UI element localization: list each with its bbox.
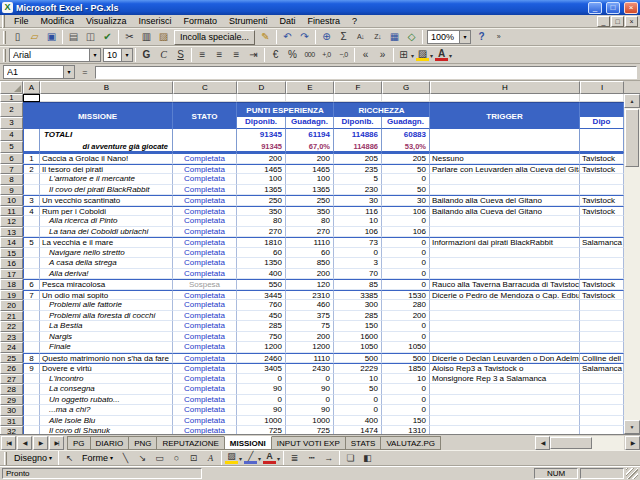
grid-cell[interactable]: La consegna — [40, 384, 173, 395]
grid-cell[interactable]: 60 — [237, 248, 286, 259]
grid-cell[interactable]: 0 — [237, 374, 286, 385]
grid-cell[interactable]: 1050 — [334, 342, 382, 353]
grid-cell[interactable]: Completata — [173, 395, 237, 406]
row-header-21[interactable]: 21 — [0, 311, 23, 322]
grid-cell[interactable]: 80 — [286, 216, 334, 227]
grid-cell[interactable]: 1365 — [286, 185, 334, 196]
toolbar-grip[interactable] — [3, 49, 6, 62]
menu-inserisci[interactable]: Inserisci — [132, 15, 177, 28]
grid-cell[interactable]: 1530 — [382, 290, 430, 301]
grid-cell[interactable] — [237, 94, 286, 102]
grid-cell[interactable] — [430, 300, 580, 311]
grid-cell[interactable] — [580, 395, 624, 406]
grid-cell[interactable] — [430, 384, 580, 395]
grid-cell[interactable]: Completata — [173, 332, 237, 343]
row-header-16[interactable]: 16 — [0, 258, 23, 269]
grid-cell[interactable]: 200 — [286, 153, 334, 164]
grid-cell[interactable]: 0 — [382, 405, 430, 416]
toolbar-options-icon[interactable]: » — [490, 29, 507, 45]
grid-cell[interactable]: Completata — [173, 353, 237, 364]
grid-cell[interactable] — [430, 94, 580, 102]
grid-cell[interactable] — [580, 141, 624, 153]
grid-cell[interactable]: Alle Isole Blu — [40, 416, 173, 427]
scroll-up-icon[interactable]: ▲ — [624, 94, 640, 108]
grid-cell[interactable]: 375 — [286, 311, 334, 322]
grid-cell[interactable]: La Bestia — [40, 321, 173, 332]
grid-cell[interactable] — [23, 332, 40, 343]
grid-cell[interactable]: 0 — [382, 237, 430, 248]
grid-cell[interactable] — [23, 258, 40, 269]
open-folder-icon[interactable]: ▱ — [26, 29, 43, 45]
draw-line-icon[interactable]: ╲ — [117, 451, 134, 465]
menu-strumenti[interactable]: Strumenti — [223, 15, 274, 28]
grid-cell[interactable] — [23, 216, 40, 227]
wordart-icon[interactable]: A — [202, 451, 219, 465]
grid-cell[interactable]: 90 — [286, 384, 334, 395]
grid-cell[interactable]: Il covo dei pirati BlackRabbit — [40, 185, 173, 196]
sort-descending-icon[interactable]: Z↓ — [369, 29, 386, 45]
grid-cell[interactable] — [580, 311, 624, 322]
grid-cell[interactable] — [23, 395, 40, 406]
grid-cell[interactable] — [580, 426, 624, 434]
grid-cell[interactable]: Completata — [173, 416, 237, 427]
grid-cell[interactable]: 460 — [286, 300, 334, 311]
grid-cell[interactable]: Un vecchio scantinato — [40, 195, 173, 206]
grid-cell[interactable]: Completata — [173, 290, 237, 301]
grid-cell[interactable]: 90 — [286, 405, 334, 416]
grid-cell[interactable]: Informazioni dai pirati BlackRabbit — [430, 237, 580, 248]
grid-cell[interactable]: 1 — [23, 153, 40, 164]
grid-cell[interactable]: Rum per i Coboldi — [40, 206, 173, 217]
grid-cell[interactable]: 50 — [382, 185, 430, 196]
grid-cell[interactable] — [580, 174, 624, 185]
row-header-1[interactable]: 1 — [0, 94, 23, 102]
grid-cell[interactable]: 200 — [382, 311, 430, 322]
grid-cell[interactable]: Tavistock — [580, 206, 624, 217]
line-style-icon[interactable]: ≣ — [286, 451, 303, 465]
maximize-button[interactable]: □ — [606, 2, 620, 14]
table-header-cell[interactable]: PUNTI ESPERIENZA — [237, 102, 334, 117]
grid-cell[interactable]: 150 — [382, 416, 430, 427]
merge-center-icon[interactable]: ⇥ — [245, 47, 262, 63]
horizontal-scrollbar[interactable]: ◀ ▶ — [534, 436, 640, 450]
grid-cell[interactable]: Completata — [173, 426, 237, 434]
grid-cell[interactable]: 90 — [237, 405, 286, 416]
grid-cell[interactable]: 1600 — [334, 332, 382, 343]
column-header-g[interactable]: G — [382, 81, 430, 94]
row-header-12[interactable]: 12 — [0, 216, 23, 227]
grid-cell[interactable] — [430, 311, 580, 322]
tab-pg[interactable]: PG — [67, 436, 91, 450]
grid-cell[interactable]: 0 — [382, 269, 430, 280]
grid-cell[interactable] — [382, 94, 430, 102]
grid-cell[interactable]: 1365 — [237, 185, 286, 196]
grid-cell[interactable]: Completata — [173, 174, 237, 185]
font-size-combo[interactable]: 10 ▾ — [103, 48, 133, 62]
grid-cell[interactable]: Un odio mai sopito — [40, 290, 173, 301]
grid-cell[interactable]: 106 — [382, 227, 430, 238]
grid-cell[interactable]: 2 — [23, 164, 40, 175]
column-header-b[interactable]: B — [40, 81, 173, 94]
grid-cell[interactable]: 350 — [286, 206, 334, 217]
grid-cell[interactable] — [23, 405, 40, 416]
grid-cell[interactable]: 0 — [382, 174, 430, 185]
grid-cell[interactable] — [23, 141, 40, 153]
menu-file[interactable]: File — [8, 15, 35, 28]
grid-cell[interactable]: 0 — [382, 332, 430, 343]
grid-cell[interactable] — [173, 94, 237, 102]
grid-cell[interactable]: Pesca miracolosa — [40, 279, 173, 290]
column-header-e[interactable]: E — [286, 81, 334, 94]
grid-cell[interactable]: 0 — [382, 248, 430, 259]
grid-cell[interactable] — [430, 248, 580, 259]
grid-cell[interactable] — [23, 269, 40, 280]
grid-cell[interactable] — [23, 174, 40, 185]
row-header-4[interactable]: 4 — [0, 129, 23, 141]
menu-item[interactable]: ? — [346, 15, 363, 28]
grid-cell[interactable]: 1200 — [237, 342, 286, 353]
grid-cell[interactable] — [430, 416, 580, 427]
grid-cell[interactable]: 750 — [237, 332, 286, 343]
grid-cell[interactable] — [430, 174, 580, 185]
table-header-cell[interactable]: RICCHEZZA — [334, 102, 430, 117]
thousands-icon[interactable]: 000 — [301, 47, 318, 63]
table-header-cell[interactable]: TRIGGER — [430, 102, 580, 129]
three-d-icon[interactable]: ◧ — [359, 451, 376, 465]
grid-cell[interactable]: Colline dell — [580, 353, 624, 364]
